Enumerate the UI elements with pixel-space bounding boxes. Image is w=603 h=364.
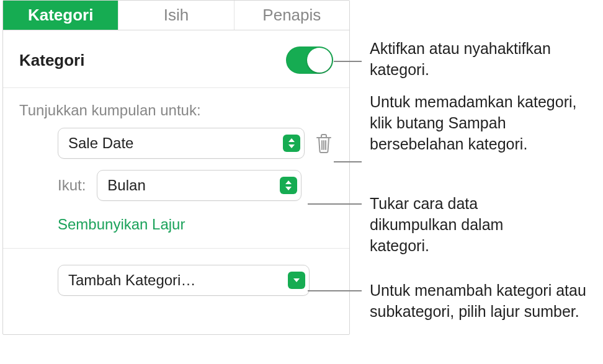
divider	[3, 248, 349, 249]
tab-bar: Kategori Isih Penapis	[3, 1, 349, 30]
delete-category-button[interactable]	[315, 133, 333, 154]
callout-delete: Untuk memadamkan kategori, klik butang S…	[370, 92, 581, 154]
callout-add: Untuk menambah kategori atau subkategori…	[370, 280, 593, 322]
updown-icon	[283, 135, 300, 152]
group-by-label: Ikut:	[58, 177, 86, 194]
tab-isih[interactable]: Isih	[118, 1, 234, 30]
categories-toggle[interactable]	[286, 47, 333, 74]
leader-line	[334, 161, 362, 162]
hide-column-link[interactable]: Sembunyikan Lajur	[58, 216, 185, 233]
updown-icon	[280, 177, 297, 194]
tab-kategori[interactable]: Kategori	[3, 1, 118, 30]
tab-penapis[interactable]: Penapis	[234, 1, 349, 30]
source-column-value: Sale Date	[68, 135, 133, 152]
toggle-knob	[307, 48, 332, 73]
section-title: Kategori	[19, 51, 84, 70]
chevron-down-icon	[288, 272, 305, 289]
show-groups-label: Tunjukkan kumpulan untuk:	[19, 102, 333, 119]
source-column-select[interactable]: Sale Date	[58, 128, 305, 159]
leader-line	[334, 61, 362, 62]
group-by-select[interactable]: Bulan	[97, 170, 302, 201]
group-by-value: Bulan	[107, 177, 145, 194]
leader-line	[308, 203, 362, 205]
add-category-label: Tambah Kategori…	[68, 272, 195, 289]
leader-line	[308, 290, 362, 291]
callout-toggle: Aktifkan atau nyahaktifkan kategori.	[370, 38, 581, 81]
callout-group: Tukar cara data dikumpulkan dalam katego…	[370, 193, 531, 256]
add-category-select[interactable]: Tambah Kategori…	[58, 265, 310, 296]
categories-panel: Kategori Isih Penapis Kategori Tunjukkan…	[2, 0, 350, 335]
